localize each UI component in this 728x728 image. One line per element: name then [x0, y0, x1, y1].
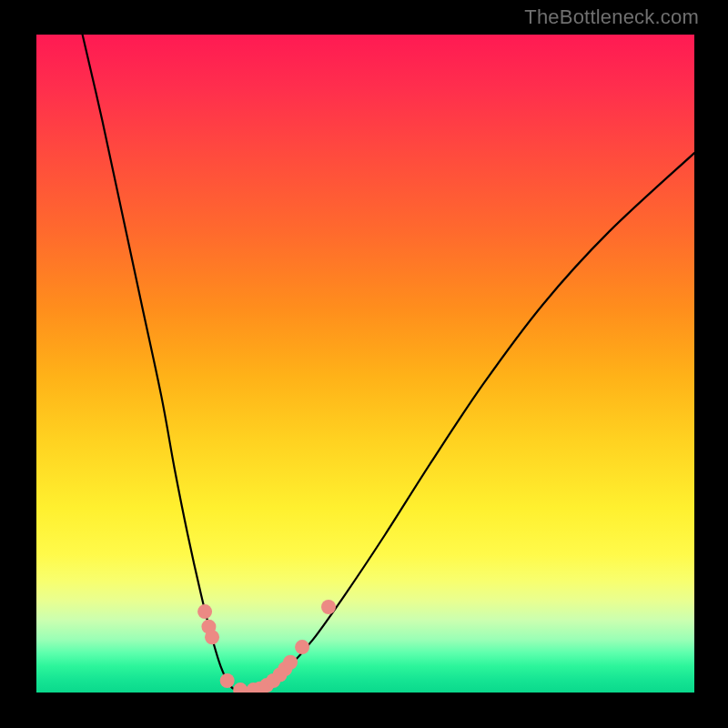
- data-marker: [197, 604, 212, 619]
- chart-frame: TheBottleneck.com: [0, 0, 728, 728]
- data-marker: [283, 655, 298, 670]
- attribution-text: TheBottleneck.com: [524, 5, 699, 29]
- bottleneck-curve: [83, 35, 694, 693]
- plot-area: [36, 35, 694, 693]
- data-marker: [321, 600, 336, 614]
- data-marker: [233, 682, 248, 693]
- data-marker: [205, 630, 219, 644]
- data-marker: [220, 673, 235, 688]
- chart-svg: [36, 35, 694, 693]
- data-markers: [197, 600, 336, 693]
- data-marker: [295, 640, 309, 654]
